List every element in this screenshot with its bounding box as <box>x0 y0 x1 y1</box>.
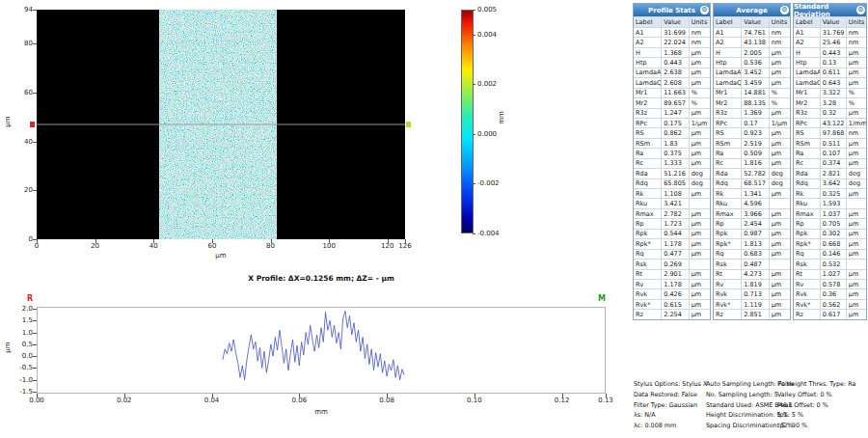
row-value: 1.593 <box>821 199 847 207</box>
row-label: Rpk <box>794 230 821 238</box>
row-value: 2.782 <box>662 209 689 218</box>
table-row: A174.761nm <box>714 27 790 37</box>
row-value: 2.454 <box>742 219 769 228</box>
row-value: 1.723 <box>662 219 689 228</box>
table-row: Rmax3.966µm <box>714 208 790 218</box>
row-label: Rq <box>794 250 821 259</box>
row-label: Rvk* <box>794 300 821 309</box>
row-label: LamdaA <box>794 68 821 77</box>
table-row: Rc1.333µm <box>634 158 710 168</box>
heatmap-x-tick: 120 <box>378 242 397 250</box>
table-row: RSm0.511µm <box>794 138 866 148</box>
row-label: Htp <box>714 58 742 67</box>
row-units: µm <box>847 159 866 168</box>
row-label: Ra <box>634 149 662 157</box>
row-units: % <box>847 98 866 107</box>
row-units: µm <box>770 58 790 67</box>
row-units: µm <box>770 209 790 218</box>
row-value: 3.452 <box>742 68 769 77</box>
row-label: Htp <box>794 58 821 67</box>
settings-line: Stylus Options: Stylus X <box>634 379 707 390</box>
table-row: Rda52.782deg <box>714 168 790 178</box>
table-row: Ra0.107µm <box>794 148 866 157</box>
gear-icon[interactable]: ⚙ <box>856 6 865 14</box>
row-label: Rv <box>794 280 821 288</box>
row-units: µm <box>770 48 790 57</box>
row-units: µm <box>847 289 866 298</box>
heatmap-y-tick: 94 <box>14 6 33 14</box>
row-units: µm <box>770 230 790 238</box>
row-label: LamdaQ <box>714 78 742 87</box>
row-label: Mr1 <box>714 89 742 97</box>
table-row: Ra0.509µm <box>714 148 790 157</box>
table-row: Rda2.821deg <box>794 168 866 178</box>
row-value: 0.36 <box>821 289 847 298</box>
row-units: µm <box>770 219 790 228</box>
row-units: µm <box>770 139 790 148</box>
row-value: 1.027 <box>821 270 847 279</box>
table-row: Rvk*0.562µm <box>794 299 866 309</box>
table-row: R3z0.32µm <box>794 108 866 118</box>
measure-cursor-label[interactable]: M <box>598 294 606 303</box>
row-value: 0.562 <box>821 300 847 309</box>
row-value: 0.107 <box>821 149 847 157</box>
row-label: Rpk* <box>714 239 742 248</box>
profile-x-axis-unit: mm <box>37 408 606 416</box>
row-units: µm <box>690 239 710 248</box>
row-units: µm <box>690 78 710 87</box>
column-header: Units <box>770 17 790 27</box>
row-label: Mr1 <box>794 89 821 97</box>
table-row: LamdaQ3.459µm <box>714 77 790 87</box>
colorbar <box>461 10 474 233</box>
row-value: 1.369 <box>742 109 769 118</box>
profile-plot-frame <box>38 308 606 394</box>
gear-icon[interactable]: ⚙ <box>700 6 709 14</box>
table-row: Ra0.375µm <box>634 148 710 157</box>
table-row: RPc43.1221/mm <box>794 118 866 127</box>
row-value: 31.699 <box>662 28 689 37</box>
row-label: A1 <box>794 28 821 37</box>
row-label: Rk <box>794 189 821 198</box>
row-value: 0.544 <box>662 230 689 238</box>
row-value: 0.713 <box>742 289 769 298</box>
row-label: Rq <box>634 250 662 259</box>
table-row: R3z1.369µm <box>714 108 790 118</box>
gear-icon[interactable]: ⚙ <box>780 6 789 14</box>
column-header: Value <box>742 17 769 27</box>
profile-chart-title: X Profile: ΔX=0.1256 mm; ΔZ= - µm <box>37 274 606 283</box>
row-units: µm <box>690 270 710 279</box>
table-row: Rpk0.544µm <box>634 229 710 238</box>
colorbar-unit-label: mm <box>498 110 505 125</box>
row-units: µm <box>770 149 790 157</box>
row-units: % <box>690 89 710 97</box>
reference-cursor-label[interactable]: R <box>27 294 33 303</box>
row-units <box>690 260 710 268</box>
profile-plot[interactable] <box>37 307 606 394</box>
profile-cursor-left-handle[interactable] <box>30 122 35 127</box>
table-header-row: LabelValueUnits <box>634 16 710 27</box>
settings-line: λs: N/A <box>634 410 707 421</box>
table-row: Rz2.851µm <box>714 309 790 318</box>
table-row: LamdaQ0.643µm <box>794 77 866 87</box>
row-label: Rvk <box>634 289 662 298</box>
table-row: RS97.868nm <box>794 127 866 137</box>
row-label: RS <box>634 128 662 137</box>
row-label: Rpk* <box>794 239 821 248</box>
surface-heatmap[interactable] <box>37 10 405 239</box>
row-value: 22.024 <box>662 38 689 46</box>
table-row: RSm2.519µm <box>714 138 790 148</box>
table-row: LamdaQ2.608µm <box>634 77 710 87</box>
row-value: 0.532 <box>821 260 847 268</box>
profile-x-tick: 0.08 <box>377 397 396 404</box>
row-value: 3.642 <box>821 179 847 188</box>
table-row: Htp0.443µm <box>634 57 710 67</box>
profile-cursor-right-handle[interactable] <box>406 122 411 127</box>
row-value: 0.615 <box>662 300 689 309</box>
table-row: Rdq68.517deg <box>714 178 790 188</box>
row-value: 1.178 <box>662 280 689 288</box>
row-units: nm <box>690 28 710 37</box>
row-value: 2.851 <box>742 310 769 318</box>
row-units <box>770 199 790 207</box>
row-units: µm <box>847 78 866 87</box>
row-units: µm <box>770 250 790 259</box>
